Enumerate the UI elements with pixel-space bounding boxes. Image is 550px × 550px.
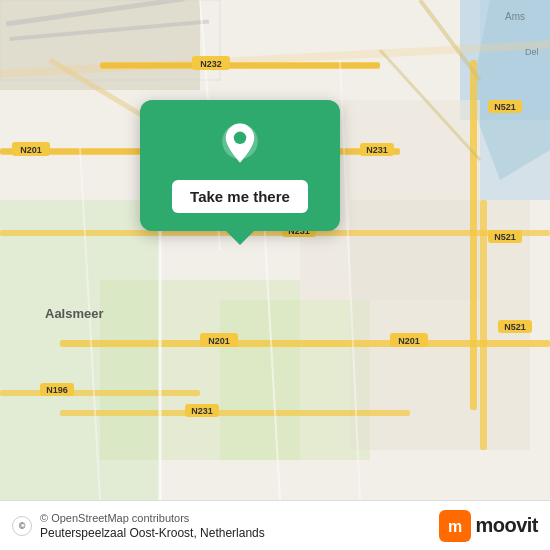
moovit-wordmark: moovit — [475, 514, 538, 537]
svg-text:N232: N232 — [200, 59, 222, 69]
attribution-text: © OpenStreetMap contributors — [40, 512, 431, 524]
popup-card: Take me there — [140, 100, 340, 231]
location-label: Peuterspeelzaal Oost-Kroost, Netherlands — [40, 526, 431, 540]
svg-rect-9 — [220, 300, 370, 460]
svg-rect-21 — [480, 200, 487, 450]
svg-text:N196: N196 — [46, 385, 68, 395]
svg-rect-22 — [0, 390, 200, 396]
location-pin-icon — [216, 120, 264, 168]
bottom-bar: © © OpenStreetMap contributors Peuterspe… — [0, 500, 550, 550]
svg-point-60 — [234, 132, 246, 144]
openstreetmap-logo: © — [12, 516, 32, 536]
moovit-brand-icon: m — [439, 510, 471, 542]
svg-text:N231: N231 — [191, 406, 213, 416]
svg-text:m: m — [448, 518, 462, 535]
svg-text:Ams: Ams — [505, 11, 525, 22]
svg-text:N201: N201 — [20, 145, 42, 155]
map-container: N232 N201 N201 N201 N201 N231 N231 N231 … — [0, 0, 550, 500]
svg-text:N201: N201 — [208, 336, 230, 346]
svg-rect-19 — [60, 410, 410, 416]
take-me-there-button[interactable]: Take me there — [172, 180, 308, 213]
map-svg: N232 N201 N201 N201 N201 N231 N231 N231 … — [0, 0, 550, 500]
svg-rect-20 — [470, 60, 477, 410]
svg-text:N521: N521 — [494, 232, 516, 242]
svg-text:N231: N231 — [366, 145, 388, 155]
svg-rect-3 — [0, 0, 200, 90]
svg-rect-14 — [100, 63, 380, 68]
svg-text:N201: N201 — [398, 336, 420, 346]
svg-text:Del: Del — [525, 47, 539, 57]
svg-text:N521: N521 — [494, 102, 516, 112]
svg-text:N521: N521 — [504, 322, 526, 332]
moovit-logo: m moovit — [439, 510, 538, 542]
svg-text:Aalsmeer: Aalsmeer — [45, 306, 104, 321]
